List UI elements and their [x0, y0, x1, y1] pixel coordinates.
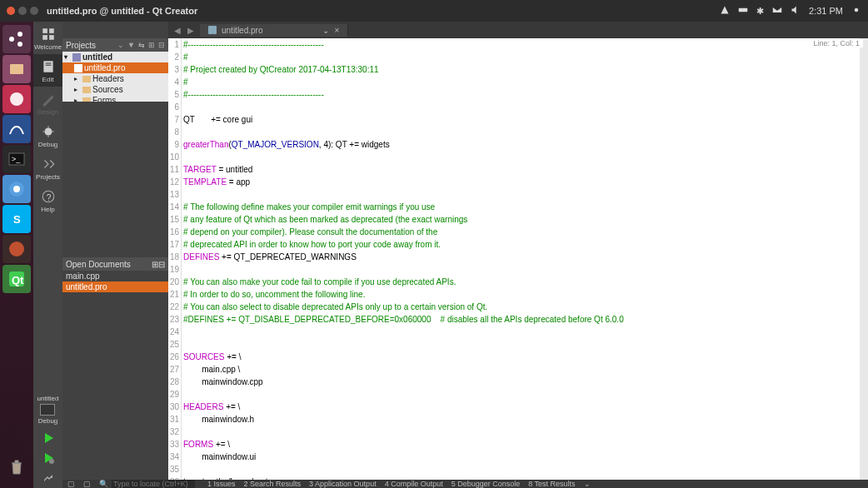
line-gutter: 1 2 3 4 5 6 7 8 9 10 11 12 13 14 15 16 1…	[168, 38, 182, 480]
editor-tabbar: ◀ ▶ untitled.pro ⌄ ×	[62, 22, 868, 38]
project-tree[interactable]: ▾untitled untitled.pro ▸Headers ▸Sources…	[62, 52, 168, 102]
scrollbar[interactable]	[860, 38, 868, 480]
debug-run-button[interactable]	[42, 448, 55, 468]
projects-panel: Projects ⌄▼⇆⊞⊟ ▾untitled untitled.pro ▸H…	[62, 38, 168, 480]
sync-icon[interactable]: ⇆	[138, 41, 145, 49]
mode-bar: Welcome Edit Design Debug Projects ?Help…	[33, 22, 62, 488]
tree-item-pro[interactable]: untitled.pro	[62, 62, 168, 73]
svg-point-3	[17, 32, 22, 37]
svg-rect-17	[49, 28, 54, 33]
tree-item-headers[interactable]: ▸Headers	[62, 73, 168, 84]
split-icon[interactable]: ⊞	[152, 260, 158, 269]
svg-text:Qt: Qt	[12, 274, 24, 286]
projects-header: Projects ⌄▼⇆⊞⊟	[62, 38, 168, 52]
svg-point-23	[44, 128, 52, 136]
maximize-button[interactable]	[30, 7, 38, 15]
pane-appout[interactable]: 3 Application Output	[309, 480, 377, 488]
close-icon[interactable]: ⊟	[158, 260, 165, 269]
tree-root[interactable]: ▾untitled	[62, 52, 168, 62]
pane-tests[interactable]: 8 Test Results	[528, 480, 575, 488]
svg-rect-22	[45, 65, 51, 66]
volume-icon[interactable]	[791, 5, 801, 17]
files-icon[interactable]	[2, 55, 31, 83]
code-editor[interactable]: 1 2 3 4 5 6 7 8 9 10 11 12 13 14 15 16 1…	[168, 38, 868, 480]
app-icon-2[interactable]	[2, 115, 31, 143]
skype-icon[interactable]: S	[2, 205, 31, 233]
svg-rect-18	[42, 35, 47, 40]
app-icon-1[interactable]	[2, 85, 31, 113]
bluetooth-icon[interactable]: ✱	[756, 6, 764, 17]
svg-rect-27	[72, 53, 81, 62]
dash-icon[interactable]	[2, 25, 31, 53]
line-col-indicator[interactable]: Line: 1, Col: 1	[810, 39, 863, 47]
app-icon-3[interactable]	[2, 235, 31, 263]
svg-text:S: S	[13, 213, 21, 226]
tree-item-sources[interactable]: ▸Sources	[62, 84, 168, 95]
output-toggle-icon[interactable]: ▢	[83, 480, 91, 488]
svg-point-4	[17, 42, 22, 47]
system-tray: ✱ 2:31 PM	[720, 5, 861, 17]
tab-dropdown-icon[interactable]: ⌄	[322, 26, 329, 35]
chromium-icon[interactable]	[2, 175, 31, 203]
kit-selector[interactable]: untitled Debug	[37, 391, 59, 428]
tab-label: untitled.pro	[222, 26, 262, 35]
svg-point-26	[49, 459, 54, 464]
tab-close-icon[interactable]: ×	[334, 26, 339, 35]
toggle-sidebar-icon[interactable]: ▢	[67, 480, 75, 488]
opendoc-item[interactable]: untitled.pro	[62, 281, 168, 292]
pane-search[interactable]: 2 Search Results	[244, 480, 302, 488]
filter-icon[interactable]: ⌄	[117, 41, 124, 49]
locator-input[interactable]	[112, 480, 195, 488]
bottom-bar: ▢ ▢ 🔍 1 Issues 2 Search Results 3 Applic…	[62, 480, 868, 488]
split-icon[interactable]: ⊞	[148, 41, 155, 49]
close-panel-icon[interactable]: ⊟	[158, 41, 165, 49]
funnel-icon[interactable]: ▼	[127, 41, 135, 49]
locator[interactable]: 🔍	[99, 480, 199, 488]
network-icon[interactable]	[720, 5, 730, 17]
terminal-icon[interactable]: >_	[2, 145, 31, 173]
code-area[interactable]: #---------------------------------------…	[182, 38, 868, 480]
mode-welcome[interactable]: Welcome	[33, 22, 62, 54]
svg-rect-0	[739, 8, 748, 12]
mode-design: Design	[33, 87, 62, 119]
editor-tab[interactable]: untitled.pro ⌄ ×	[200, 24, 348, 37]
svg-rect-30	[82, 87, 91, 93]
svg-point-1	[855, 8, 859, 12]
window-buttons	[7, 7, 38, 15]
pane-issues[interactable]: 1 Issues	[207, 480, 236, 488]
mail-icon[interactable]	[772, 5, 782, 17]
minimize-button[interactable]	[18, 7, 27, 15]
pane-dropdown-icon[interactable]: ⌄	[584, 480, 591, 488]
mode-projects[interactable]: Projects	[33, 152, 62, 184]
pane-compile[interactable]: 4 Compile Output	[385, 480, 443, 488]
gear-icon[interactable]	[851, 5, 861, 17]
svg-point-2	[9, 37, 14, 42]
pane-debugger[interactable]: 5 Debugger Console	[451, 480, 521, 488]
opendocs-list: main.cpp untitled.pro	[62, 271, 168, 292]
keyboard-icon[interactable]	[738, 5, 748, 17]
svg-point-6	[10, 92, 23, 106]
mode-help[interactable]: ?Help	[33, 184, 62, 217]
build-button[interactable]	[42, 468, 55, 488]
ubuntu-launcher: >_ S Qt	[0, 22, 33, 488]
file-icon	[208, 26, 217, 34]
svg-rect-19	[49, 35, 54, 40]
close-button[interactable]	[7, 7, 15, 15]
opendocs-header: Open Documents ⊞⊟	[62, 257, 168, 271]
svg-point-13	[9, 242, 24, 256]
mode-debug[interactable]: Debug	[33, 119, 62, 152]
nav-back[interactable]: ◀	[172, 26, 183, 35]
svg-rect-20	[43, 61, 52, 72]
nav-fwd[interactable]: ▶	[185, 26, 197, 35]
svg-point-10	[13, 186, 20, 192]
mode-edit[interactable]: Edit	[33, 54, 62, 87]
qtcreator-icon[interactable]: Qt	[2, 265, 31, 293]
run-button[interactable]	[42, 428, 55, 448]
svg-rect-29	[82, 76, 91, 82]
svg-text:>_: >_	[12, 155, 21, 163]
opendoc-item[interactable]: main.cpp	[62, 271, 168, 281]
trash-icon[interactable]	[2, 453, 31, 481]
window-title: untitled.pro @ untitled - Qt Creator	[47, 6, 720, 16]
clock[interactable]: 2:31 PM	[809, 6, 843, 16]
search-icon: 🔍	[99, 480, 108, 488]
